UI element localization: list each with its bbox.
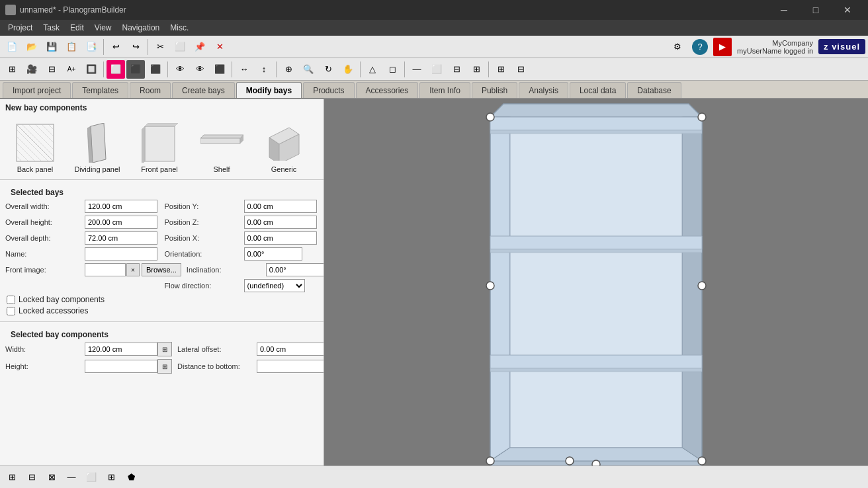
tb2-btn-25[interactable]: ⊟ xyxy=(511,60,530,79)
components-grid: Back panel Dividing panel xyxy=(0,115,324,179)
row-flow: Flow direction: (undefined) Left to righ… xyxy=(5,279,318,292)
tb2-btn-13[interactable]: ↕ xyxy=(255,60,273,79)
menu-task[interactable]: Task xyxy=(38,20,65,36)
inclination-input[interactable] xyxy=(266,263,324,276)
tb2-btn-5[interactable]: 🔲 xyxy=(82,60,101,79)
tb2-btn-3[interactable]: ⊟ xyxy=(42,60,61,79)
tb2-btn-18[interactable]: △ xyxy=(363,60,382,79)
tb2-btn-10[interactable]: 👁 xyxy=(191,60,209,79)
paste-button[interactable]: 📌 xyxy=(191,38,209,56)
dividing-panel-label: Dividing panel xyxy=(74,165,120,173)
locked-accessories-checkbox[interactable] xyxy=(7,307,15,315)
locked-components-checkbox[interactable] xyxy=(7,296,15,304)
bt-btn-1[interactable]: ⊞ xyxy=(3,468,21,487)
tab-templates[interactable]: Templates xyxy=(72,82,128,98)
pos-y-input[interactable] xyxy=(244,200,317,213)
cut-button[interactable]: ✂ xyxy=(151,38,169,56)
tb2-btn-12[interactable]: ↔ xyxy=(235,60,253,79)
copy-button[interactable]: ⬜ xyxy=(171,38,189,56)
comp-width-input[interactable] xyxy=(85,343,157,356)
maximize-button[interactable]: □ xyxy=(801,0,831,20)
copy-project-button[interactable]: 📑 xyxy=(82,38,101,56)
dist-bottom-input[interactable] xyxy=(257,360,324,373)
tb2-btn-22[interactable]: ⊟ xyxy=(447,60,466,79)
bt-btn-7[interactable]: ⬟ xyxy=(122,468,140,487)
flow-direction-select[interactable]: (undefined) Left to right Right to left xyxy=(244,279,305,292)
bt-btn-4[interactable]: — xyxy=(62,468,81,487)
back-panel-item[interactable]: Back panel xyxy=(5,118,65,177)
tab-room[interactable]: Room xyxy=(130,82,171,98)
tb2-btn-20[interactable]: — xyxy=(408,60,426,79)
menu-edit[interactable]: Edit xyxy=(65,20,89,36)
tab-accessories[interactable]: Accessories xyxy=(356,82,419,98)
undo-button[interactable]: ↩ xyxy=(107,38,125,56)
new-button[interactable]: 📄 xyxy=(3,38,21,56)
generic-item[interactable]: Generic xyxy=(254,118,314,177)
delete-button[interactable]: ✕ xyxy=(210,38,229,56)
account-button[interactable]: ▶ xyxy=(713,38,732,56)
comp-width-picker-button[interactable]: ⊞ xyxy=(157,342,172,356)
tb2-btn-11[interactable]: ⬛ xyxy=(210,60,229,79)
close-button[interactable]: ✕ xyxy=(832,0,863,20)
browse-button[interactable]: Browse... xyxy=(142,263,181,276)
handle-top-left xyxy=(486,113,494,121)
overall-width-input[interactable] xyxy=(85,200,157,213)
tb2-btn-17[interactable]: ✋ xyxy=(339,60,357,79)
tb2-btn-1[interactable]: ⊞ xyxy=(3,60,21,79)
tb2-btn-2[interactable]: 🎥 xyxy=(22,60,41,79)
dividing-panel-item[interactable]: Dividing panel xyxy=(67,118,127,177)
tab-local-data[interactable]: Local data xyxy=(570,82,626,98)
shelf-item[interactable]: Shelf xyxy=(192,118,251,177)
clear-front-image-button[interactable]: × xyxy=(126,263,140,276)
menu-misc[interactable]: Misc. xyxy=(165,20,194,36)
tab-item-info[interactable]: Item Info xyxy=(419,82,470,98)
pos-x-input[interactable] xyxy=(244,231,317,245)
pos-z-input[interactable] xyxy=(244,216,317,229)
help-button[interactable]: ? xyxy=(692,39,708,55)
front-image-input[interactable] xyxy=(85,263,126,276)
tb2-btn-24[interactable]: ⊞ xyxy=(492,60,510,79)
tb2-btn-15[interactable]: 🔍 xyxy=(299,60,318,79)
redo-button[interactable]: ↪ xyxy=(126,38,145,56)
tb2-btn-4[interactable]: A+ xyxy=(62,60,81,79)
minimize-button[interactable]: ─ xyxy=(769,0,799,20)
comp-height-picker-button[interactable]: ⊞ xyxy=(157,359,172,374)
front-panel-item[interactable]: Front panel xyxy=(130,118,189,177)
bt-btn-3[interactable]: ⊠ xyxy=(42,468,61,487)
tb2-btn-7[interactable]: ⬛ xyxy=(126,60,145,79)
svg-marker-29 xyxy=(490,117,702,130)
canvas-area[interactable] xyxy=(324,99,868,466)
save-as-button[interactable]: 📋 xyxy=(62,38,81,56)
menu-project[interactable]: Project xyxy=(3,20,38,36)
tb2-btn-21[interactable]: ⬜ xyxy=(427,60,446,79)
bt-btn-5[interactable]: ⬜ xyxy=(82,468,101,487)
tab-products[interactable]: Products xyxy=(303,82,354,98)
overall-depth-input[interactable] xyxy=(85,231,157,245)
name-input[interactable] xyxy=(85,247,157,261)
bt-btn-2[interactable]: ⊟ xyxy=(22,468,41,487)
tb2-btn-14[interactable]: ⊕ xyxy=(279,60,298,79)
handle-bottom-mid xyxy=(592,460,600,466)
orientation-input[interactable] xyxy=(244,247,302,261)
tab-import-project[interactable]: Import project xyxy=(3,82,71,98)
tb2-btn-9[interactable]: 👁 xyxy=(171,60,189,79)
tab-analysis[interactable]: Analysis xyxy=(519,82,568,98)
settings-button[interactable]: ⚙ xyxy=(668,38,687,56)
save-button[interactable]: 💾 xyxy=(42,38,61,56)
tab-database[interactable]: Database xyxy=(627,82,681,98)
tb2-btn-8[interactable]: ⬛ xyxy=(146,60,165,79)
menu-navigation[interactable]: Navigation xyxy=(117,20,165,36)
overall-height-input[interactable] xyxy=(85,216,157,229)
tab-modify-bays[interactable]: Modify bays xyxy=(236,82,302,98)
tb2-btn-23[interactable]: ⊞ xyxy=(467,60,486,79)
tb2-btn-19[interactable]: ◻ xyxy=(383,60,402,79)
tab-create-bays[interactable]: Create bays xyxy=(172,82,235,98)
comp-height-input[interactable] xyxy=(85,360,157,373)
lateral-offset-input[interactable] xyxy=(257,343,324,356)
open-button[interactable]: 📂 xyxy=(22,38,41,56)
bt-btn-6[interactable]: ⊞ xyxy=(102,468,120,487)
tb2-btn-16[interactable]: ↻ xyxy=(319,60,337,79)
tb2-btn-6[interactable]: ⬜ xyxy=(107,60,125,79)
menu-view[interactable]: View xyxy=(89,20,117,36)
tab-publish[interactable]: Publish xyxy=(472,82,517,98)
